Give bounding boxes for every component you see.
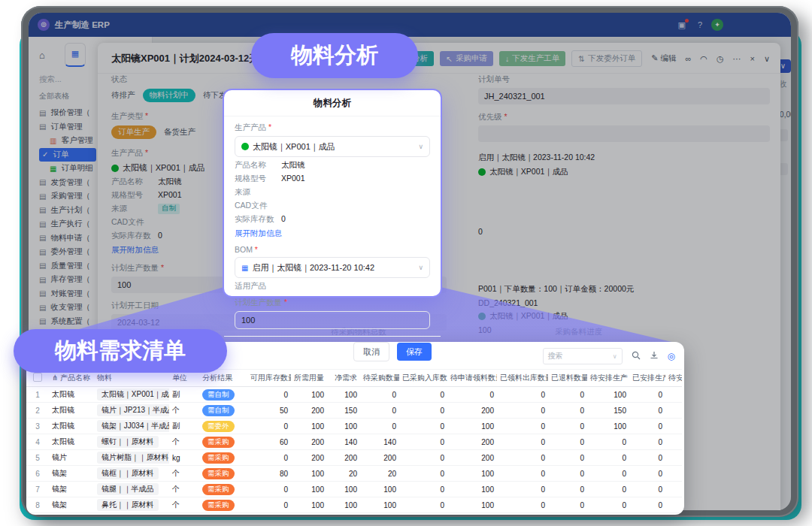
analysis-result-pill: 需委外: [202, 421, 235, 432]
analysis-result-pill: 需采购: [202, 437, 235, 448]
col-header[interactable]: 已采购入库数量: [399, 370, 447, 387]
callout-material-analysis: 物料分析: [251, 33, 418, 78]
material-analysis-modal: 物料分析 生产产品 太阳镜｜XP001｜成品∨ 产品名称太阳镜规格型号XP001…: [223, 89, 442, 298]
analysis-result-pill: 需采购: [202, 452, 235, 464]
col-header[interactable]: 已安排生产: [629, 370, 665, 387]
detail-row: CAD文件: [235, 201, 430, 211]
analysis-result-pill: 需自制: [202, 389, 235, 401]
table-row[interactable]: 4太阳镜螺钉｜｜原材料个需采购6020014014002000000: [26, 434, 682, 450]
detail-row: 产品名称太阳镜: [235, 160, 430, 171]
chevron-down-icon: ∨: [418, 143, 423, 150]
col-header[interactable]: 可用库存数量: [247, 370, 291, 387]
table-row[interactable]: 3太阳镜镜架｜JJ034｜半成品副需委外010010000100001000: [26, 419, 682, 434]
bom-grid-icon: ▦: [241, 264, 248, 272]
modal-qty-input[interactable]: 100: [235, 311, 430, 329]
search-icon[interactable]: [632, 351, 641, 362]
col-header[interactable]: 待申请领料数量: [447, 370, 497, 387]
col-header[interactable]: 待采购数量: [360, 370, 399, 387]
col-header[interactable]: 待安排生产: [587, 370, 629, 387]
modal-bom-select[interactable]: ▦ 启用｜太阳镜｜2023-11-20 10:42∨: [235, 257, 430, 278]
modal-product-label: 生产产品: [235, 122, 430, 133]
download-icon[interactable]: [650, 351, 659, 362]
table-row[interactable]: 6镜架镜框｜｜原材料个需采购80100202001000000: [26, 466, 682, 482]
cancel-button[interactable]: 取消: [353, 342, 389, 361]
material-table: ⋔ 产品名称物料单位分析结果可用库存数量所需用量净需求待采购数量已采购入库数量待…: [26, 369, 682, 513]
col-header[interactable]: 净需求: [327, 370, 360, 387]
modal-product-rows: 产品名称太阳镜规格型号XP001来源CAD文件实际库存数0: [235, 160, 430, 225]
modal-expand-link[interactable]: 展开附加信息: [235, 228, 282, 239]
table-row[interactable]: 2太阳镜镜片｜JP213｜半成品个需自制5020015000200001500: [26, 403, 682, 419]
table-row[interactable]: 1太阳镜太阳镜｜XP001｜成品副需自制0100100000001000: [26, 387, 682, 403]
product-icon: [241, 143, 249, 150]
table-search-input[interactable]: 搜索∨: [543, 348, 623, 364]
col-header[interactable]: 已领料出库数量: [497, 370, 548, 387]
table-row[interactable]: 7镜架镜腿｜｜半成品个需采购010010010001000000: [26, 482, 682, 497]
col-header[interactable]: 所需用量: [291, 370, 327, 387]
modal-qty-label: 计划生产数量: [235, 298, 430, 308]
analysis-result-pill: 需采购: [202, 484, 235, 495]
settings-target-icon[interactable]: ◎: [668, 351, 675, 361]
save-button[interactable]: 保存: [397, 343, 432, 361]
detail-row: 来源: [235, 187, 430, 198]
analysis-result-pill: 需自制: [202, 405, 235, 416]
table-row[interactable]: 8镜架鼻托｜｜原材料个需采购010010010001000000: [26, 497, 682, 513]
modal-product-select[interactable]: 太阳镜｜XP001｜成品∨: [235, 136, 430, 157]
col-header[interactable]: 已退料数量: [548, 370, 587, 387]
modal-bom-sub: 适用产品: [235, 281, 430, 292]
callout-material-requirements: 物料需求清单: [14, 329, 227, 373]
table-row[interactable]: 5镜片镜片树脂｜｜原材料kg需采购020020020002000000: [26, 450, 682, 466]
modal-title: 物料分析: [224, 90, 441, 116]
analysis-result-pill: 需采购: [202, 468, 235, 479]
modal-bom-label: BOM: [235, 245, 430, 254]
detail-row: 规格型号XP001: [235, 174, 430, 184]
analysis-result-pill: 需采购: [202, 500, 235, 511]
detail-row: 实际库存数0: [235, 214, 430, 225]
chevron-down-icon: ∨: [418, 264, 423, 271]
select-all-checkbox[interactable]: [33, 373, 42, 382]
col-header[interactable]: 待安: [665, 370, 682, 387]
